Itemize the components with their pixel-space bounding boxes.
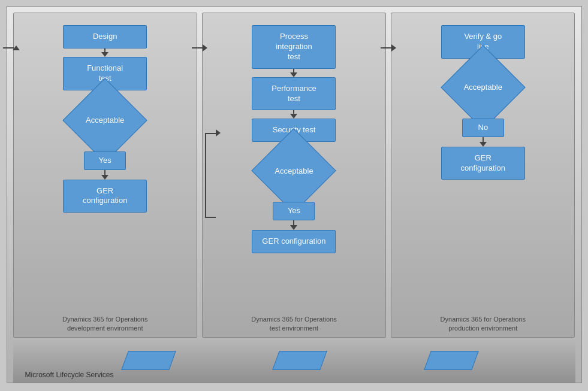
yes-branch-col1: Yes	[20, 151, 191, 170]
parallelogram-2	[273, 351, 328, 370]
ger-config-col3: GERconfiguration	[441, 147, 525, 180]
loop-back-arrow	[216, 129, 221, 137]
performance-test-box: Performancetest	[252, 77, 336, 111]
col2-label: Dynamics 365 for Operationstest environm…	[203, 315, 385, 332]
process-integration-box: Processintegrationtest	[252, 25, 336, 69]
main-container: Design Functionaltest Acceptable Yes	[7, 6, 582, 383]
yes-box-col2: Yes	[273, 202, 315, 220]
no-box-col3: No	[462, 119, 504, 137]
design-box: Design	[63, 25, 147, 49]
lifecycle-services-label: Microsoft Lifecycle Services	[25, 371, 114, 379]
col3-label: Dynamics 365 for Operationsproduction en…	[391, 315, 574, 332]
entry-arrow-col1	[3, 44, 19, 51]
ger-config-col1: GERconfiguration	[63, 180, 147, 213]
acceptable-diamond-col3: Acceptable	[441, 69, 525, 105]
column-dev: Design Functionaltest Acceptable Yes	[13, 13, 197, 338]
column-prod: Verify & golive Acceptable No GERconfigu…	[391, 13, 575, 338]
loop-back-top	[205, 133, 216, 134]
parallelogram-3	[424, 351, 479, 370]
columns-area: Design Functionaltest Acceptable Yes	[7, 7, 581, 338]
entry-arrow-col2	[192, 44, 207, 51]
yes-branch-col2: Yes	[273, 202, 315, 220]
acceptable-diamond-col1: Acceptable	[63, 102, 147, 138]
column-test: Processintegrationtest Performancetest S…	[202, 13, 386, 338]
col1-label: Dynamics 365 for Operationsdevelopment e…	[14, 315, 197, 332]
yes-box-col1: Yes	[84, 151, 126, 170]
loop-back-line	[205, 217, 216, 218]
acceptable-diamond-col2: Acceptable	[252, 153, 336, 189]
bottom-strip: Microsoft Lifecycle Services	[13, 338, 575, 383]
loop-back-vertical	[205, 133, 206, 218]
no-branch-col3: No	[462, 119, 504, 137]
entry-arrow-col3	[381, 44, 396, 51]
ger-config-col2: GER configuration	[252, 230, 336, 253]
parallelogram-1	[121, 351, 176, 370]
